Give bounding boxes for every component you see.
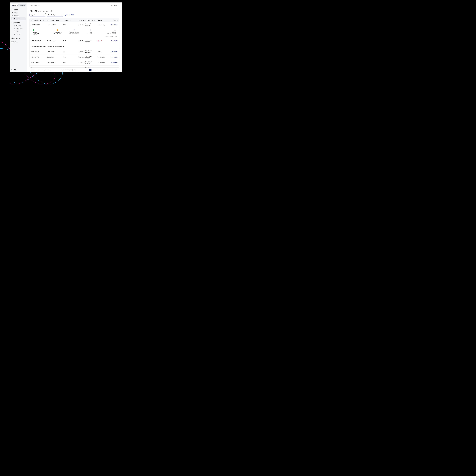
page-title: Reports [30,10,37,12]
col-label: Transaction ID [32,19,41,21]
download-icon [65,14,66,16]
page-9[interactable]: 9 [109,69,111,71]
stage-title: Processing... [50,32,66,33]
sidebar-label-users: Users [16,31,19,32]
sidebar: Sandbox Production Home Wallet Payouts R… [10,2,27,72]
per-page-value: 75 [73,69,74,71]
sidebar-item-payouts[interactable]: Payouts [11,14,26,17]
view-details-link[interactable]: View details [109,56,118,58]
page-1[interactable]: 1 [89,69,91,71]
amount: 123,456.78 [74,40,85,42]
chevron-right-icon [31,51,32,52]
row-expand-toggle[interactable]: Y7z#890Ab [31,56,47,58]
sidebar-label-reports: Reports [14,18,19,20]
env-production[interactable]: Production [18,4,25,6]
client-select[interactable]: Client Name [30,4,39,6]
view-details-link[interactable]: View details [109,24,118,26]
txn-id: RT4429323756 [32,40,41,42]
page-2[interactable]: 2 [92,69,94,71]
external-link-icon: ↗ [19,38,20,39]
sidebar-label-configuration: Configuration [13,22,20,23]
sidebar-item-wallet[interactable]: Wallet [11,11,26,14]
sidebar-item-home[interactable]: Home [11,8,26,11]
user-select[interactable]: Tara Davis [111,4,119,6]
page-3[interactable]: 3 [94,69,96,71]
showing-text: Showing 1 - 75 of 16,071 transactions [30,69,51,71]
col-label: Amount [81,19,85,21]
timeline: CreatedAug 10 202312:34:56Processing...2… [33,29,116,35]
currency: SGD [63,51,74,52]
timeline-footnote: * Estimated remaining time [32,36,117,37]
beneficiary-name: Zion Gilbert [47,56,63,58]
page-prev[interactable]: < [87,69,89,71]
sidebar-section-configuration[interactable]: Configuration [11,21,26,24]
page-7[interactable]: 7 [104,69,106,71]
status: PG processing [97,24,109,26]
nav-config: API keys Webhooks Users Settings [11,24,26,36]
sidebar-item-docs[interactable]: Nium Docs ↗ [11,37,26,40]
row-expand-toggle[interactable]: S5tUv@Wx6 [31,51,47,52]
export-csv-button[interactable]: Export CSV [65,14,73,16]
sidebar-label-payouts: Payouts [14,15,19,17]
row-expand-toggle[interactable]: A#2bC&d3E4 [31,24,47,26]
customer-scope-label: All Customers [40,10,48,12]
export-csv-label: Export CSV [67,14,73,16]
page-4[interactable]: 4 [97,69,99,71]
customer-scope-select[interactable]: All Customers [40,10,49,12]
col-beneficiary[interactable]: Beneficiary name [47,19,63,21]
app-window: Sandbox Production Home Wallet Payouts R… [10,2,122,72]
col-transaction-id[interactable]: Transaction ID [31,19,47,21]
page-header: Reports for All Customers i [30,10,119,12]
main-area: Client Name Tara Davis Reports for All C… [27,2,122,72]
created: Aug 10 202312:34:56 [85,55,97,59]
date-range-select[interactable]: Past 30 days [47,13,63,17]
sidebar-item-api-keys[interactable]: API keys [13,24,26,27]
view-details-link[interactable]: View details [109,62,118,63]
view-details-link[interactable]: View details [109,51,118,52]
row-expand-toggle[interactable]: RT4429323756 [31,40,47,42]
sidebar-item-users[interactable]: Users [13,30,26,33]
page-first[interactable]: ⎸< [85,69,87,71]
table-row: Y7z#890AbZion GilbertCNY123,456.78Aug 10… [30,54,119,60]
row-expand-toggle[interactable]: CdEf$1GhIF [31,62,47,63]
created: Aug 10 202312:34:56 [85,61,97,64]
page-6[interactable]: 6 [102,69,104,71]
page-last[interactable]: >⎸ [116,69,119,71]
table-body: A#2bC&d3E4Hezekiah PatelUSD123,456.78Aug… [30,22,119,68]
svg-rect-1 [12,13,13,13]
per-page-select[interactable]: 75 [72,69,76,71]
sidebar-item-settings[interactable]: Settings [13,33,26,36]
page-8[interactable]: 8 [107,69,109,71]
page-next[interactable]: > [114,69,116,71]
gear-icon [14,34,15,35]
sidebar-item-webhooks[interactable]: Webhooks [13,27,26,30]
stage-title: Created [33,32,50,33]
col-currency[interactable]: Currency [63,19,74,21]
sidebar-item-reports[interactable]: Reports [11,17,26,20]
svg-point-2 [14,25,15,26]
chevron-right-icon [31,57,32,57]
page-5[interactable]: 5 [99,69,102,71]
txn-id: S5tUv@Wx6 [32,51,39,52]
view-details-link[interactable]: View details [109,40,118,42]
col-label: Beneficiary name [49,19,59,21]
info-icon[interactable]: i [51,11,52,12]
col-amount[interactable]: Amount [74,19,85,21]
txn-id: CdEf$1GhIF [32,62,39,63]
col-sublabel: (UTC) [92,20,95,21]
col-status[interactable]: Status [97,19,109,21]
env-sandbox[interactable]: Sandbox [11,4,18,6]
status: Rejected [97,40,109,42]
col-created[interactable]: Created (UTC) [85,19,97,21]
sidebar-label-support: Support [11,41,16,43]
status: Returned [97,51,109,52]
page-10[interactable]: 10 [112,69,114,71]
sidebar-item-support[interactable]: Support ↗ [11,40,26,44]
report-type-select[interactable]: Payout [30,13,46,17]
content: Reports for All Customers i Payout Past … [27,8,122,72]
stage-sub2: 12:34:56 [33,34,50,35]
sort-desc-icon [43,20,44,20]
table-footer: Showing 1 - 75 of 16,071 transactions Tr… [30,68,119,72]
row-expand-toggle[interactable] [31,67,47,68]
env-sandbox-label: Sandbox [13,4,17,6]
